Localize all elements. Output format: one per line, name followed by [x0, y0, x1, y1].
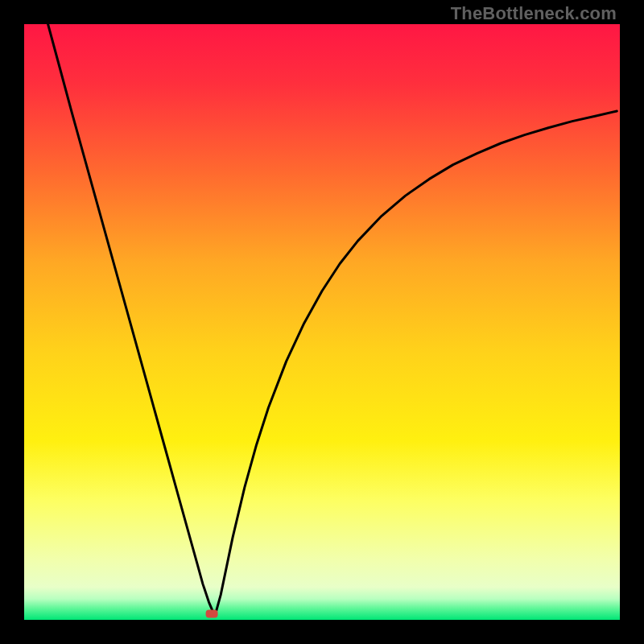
gradient-background [24, 24, 620, 620]
minimum-marker [206, 610, 218, 618]
chart-container [24, 24, 620, 620]
bottleneck-chart [24, 24, 620, 620]
watermark-text: TheBottleneck.com [451, 3, 617, 24]
